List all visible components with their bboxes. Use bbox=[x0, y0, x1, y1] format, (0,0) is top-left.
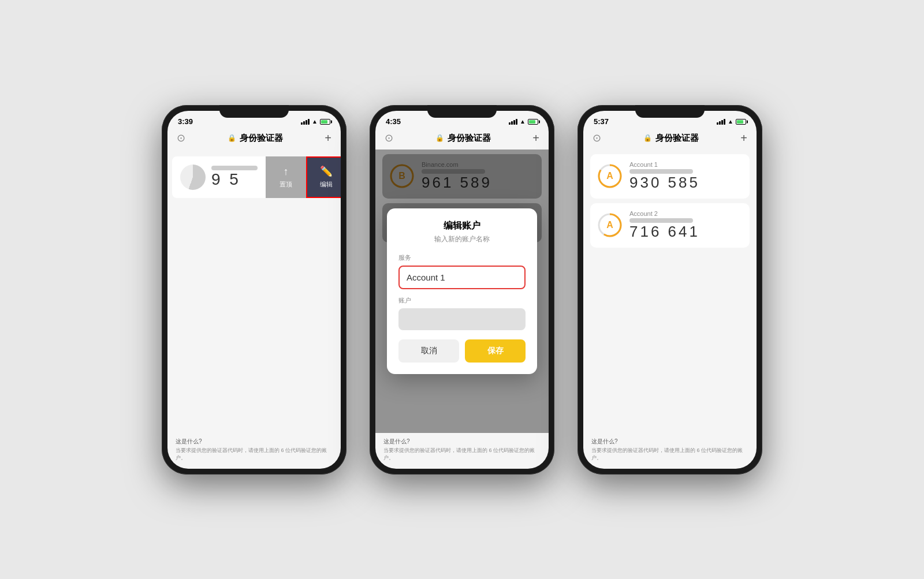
bottom-what-3: 这是什么? bbox=[591, 438, 748, 446]
edit-label: 编辑 bbox=[320, 180, 333, 189]
signal-3 bbox=[717, 119, 725, 125]
ring-container-3-2: A bbox=[597, 212, 623, 238]
wifi-icon-2: ▲ bbox=[520, 118, 526, 125]
wifi-icon-1: ▲ bbox=[312, 118, 318, 125]
bottom-text-2: 当要求提供您的验证器代码时，请使用上面的 6 位代码验证您的账户。 bbox=[383, 447, 541, 461]
edit-modal: 编辑账户 输入新的账户名称 服务 账户 取消 保存 bbox=[387, 208, 537, 374]
lock-icon-3: 🔒 bbox=[643, 134, 652, 142]
nav-bar-1: ⊙ 🔒 身份验证器 + bbox=[167, 129, 341, 150]
status-icons-3: ▲ bbox=[717, 118, 746, 125]
time-1: 3:39 bbox=[178, 117, 193, 126]
bottom-what-2: 这是什么? bbox=[383, 438, 541, 446]
notch-3 bbox=[635, 105, 705, 118]
nav-title-2: 🔒 身份验证器 bbox=[435, 133, 491, 144]
phone-3: 5:37 ▲ ⊙ 🔒 bbox=[578, 105, 762, 475]
battery-icon-3 bbox=[736, 119, 746, 125]
lock-icon-2: 🔒 bbox=[435, 134, 444, 142]
swipe-actions-1: ↑ 置顶 ✏️ 编辑 🗑 删除 bbox=[266, 156, 341, 198]
phones-container: 3:39 ▲ ⊙ 🔒 bbox=[0, 105, 924, 475]
token-details-3-2: Account 2 716 641 bbox=[629, 210, 743, 241]
bottom-info-3: 这是什么? 当要求提供您的验证器代码时，请使用上面的 6 位代码验证您的账户。 bbox=[583, 433, 757, 468]
token-label-3-1: Account 1 bbox=[629, 161, 743, 168]
avatar-letter-3-1: A bbox=[606, 171, 613, 181]
bar4 bbox=[308, 119, 310, 125]
token-row-3-2: A Account 2 716 641 bbox=[590, 203, 750, 248]
bottom-text-1: 当要求提供您的验证器代码时，请使用上面的 6 位代码验证您的账户。 bbox=[176, 447, 333, 461]
modal-title: 编辑账户 bbox=[398, 220, 526, 232]
battery-icon-2 bbox=[528, 119, 538, 125]
battery-fill-1 bbox=[321, 120, 327, 124]
lock-icon-1: 🔒 bbox=[228, 134, 236, 142]
wifi-icon-3: ▲ bbox=[728, 118, 733, 125]
battery-icon-1 bbox=[320, 119, 330, 125]
signal-1 bbox=[301, 119, 310, 125]
person-icon-3[interactable]: ⊙ bbox=[593, 132, 601, 144]
bar1 bbox=[301, 122, 303, 125]
content-3: A Account 1 930 585 bbox=[583, 150, 757, 434]
token-row-3-1: A Account 1 930 585 bbox=[590, 154, 750, 199]
phone-2-inner: 4:35 ▲ ⊙ 🔒 bbox=[375, 111, 549, 469]
nav-bar-3: ⊙ 🔒 身份验证器 + bbox=[583, 129, 757, 150]
token-list-3: A Account 1 930 585 bbox=[583, 154, 757, 248]
nav-title-3: 🔒 身份验证器 bbox=[643, 133, 699, 144]
app-title-1: 身份验证器 bbox=[240, 133, 283, 144]
add-icon-3[interactable]: + bbox=[740, 132, 747, 145]
person-icon-2[interactable]: ⊙ bbox=[385, 132, 393, 144]
nav-bar-2: ⊙ 🔒 身份验证器 + bbox=[375, 129, 549, 150]
ring-container-3-1: A bbox=[597, 163, 623, 189]
edit-icon: ✏️ bbox=[320, 165, 333, 178]
phone-1: 3:39 ▲ ⊙ 🔒 bbox=[162, 105, 346, 475]
save-button[interactable]: 保存 bbox=[465, 339, 526, 363]
bar3 bbox=[305, 120, 307, 125]
swipe-item-1: 9 5 ↑ 置顶 ✏️ 编辑 bbox=[172, 156, 336, 198]
time-2: 4:35 bbox=[386, 117, 401, 126]
partial-number-1: 9 5 bbox=[211, 170, 258, 189]
pin-icon: ↑ bbox=[284, 166, 289, 178]
add-icon-1[interactable]: + bbox=[325, 132, 331, 145]
token-details-3-1: Account 1 930 585 bbox=[629, 161, 743, 192]
content-1: 9 5 ↑ 置顶 ✏️ 编辑 bbox=[167, 150, 341, 434]
account-input-disabled bbox=[398, 308, 526, 330]
battery-fill-2 bbox=[529, 120, 535, 124]
service-input[interactable] bbox=[398, 266, 526, 289]
bottom-info-1: 这是什么? 当要求提供您的验证器代码时，请使用上面的 6 位代码验证您的账户。 bbox=[167, 433, 341, 468]
service-label: 服务 bbox=[398, 253, 526, 262]
name-bar-3-1 bbox=[629, 169, 693, 174]
phone-2: 4:35 ▲ ⊙ 🔒 bbox=[370, 105, 554, 475]
token-number-3-1: 930 585 bbox=[629, 174, 743, 192]
status-icons-1: ▲ bbox=[301, 118, 330, 125]
name-bar-1 bbox=[211, 166, 258, 170]
account-label: 账户 bbox=[398, 296, 526, 305]
notch-2 bbox=[427, 105, 497, 118]
pin-label: 置顶 bbox=[280, 180, 292, 189]
name-bar-3-2 bbox=[629, 218, 693, 223]
token-number-3-2: 716 641 bbox=[629, 223, 743, 241]
battery-fill-3 bbox=[737, 120, 743, 124]
time-3: 5:37 bbox=[594, 117, 609, 126]
add-icon-2[interactable]: + bbox=[532, 132, 539, 145]
avatar-letter-3-2: A bbox=[606, 220, 613, 230]
app-title-2: 身份验证器 bbox=[448, 133, 491, 144]
notch-1 bbox=[219, 105, 289, 118]
edit-button[interactable]: ✏️ 编辑 bbox=[306, 156, 341, 198]
cancel-button[interactable]: 取消 bbox=[398, 339, 459, 363]
token-label-3-2: Account 2 bbox=[629, 210, 743, 217]
modal-overlay: 编辑账户 输入新的账户名称 服务 账户 取消 保存 bbox=[375, 150, 549, 434]
nav-title-1: 🔒 身份验证器 bbox=[228, 133, 283, 144]
signal-2 bbox=[509, 119, 517, 125]
bottom-info-2: 这是什么? 当要求提供您的验证器代码时，请使用上面的 6 位代码验证您的账户。 bbox=[375, 433, 549, 468]
content-2: B Binance.com 961 589 bbox=[375, 150, 549, 434]
phone-1-inner: 3:39 ▲ ⊙ 🔒 bbox=[167, 111, 341, 469]
app-title-3: 身份验证器 bbox=[655, 133, 699, 144]
phone-3-inner: 5:37 ▲ ⊙ 🔒 bbox=[583, 111, 757, 469]
status-icons-2: ▲ bbox=[509, 118, 538, 125]
bottom-what-1: 这是什么? bbox=[176, 438, 333, 446]
modal-buttons: 取消 保存 bbox=[398, 339, 526, 363]
pin-button[interactable]: ↑ 置顶 bbox=[266, 156, 306, 198]
bottom-text-3: 当要求提供您的验证器代码时，请使用上面的 6 位代码验证您的账户。 bbox=[591, 447, 748, 461]
modal-subtitle: 输入新的账户名称 bbox=[398, 234, 526, 244]
partial-ring bbox=[180, 165, 206, 190]
bar2 bbox=[303, 121, 305, 125]
person-icon-1[interactable]: ⊙ bbox=[177, 132, 185, 144]
phone1-list: 9 5 ↑ 置顶 ✏️ 编辑 bbox=[167, 150, 341, 205]
